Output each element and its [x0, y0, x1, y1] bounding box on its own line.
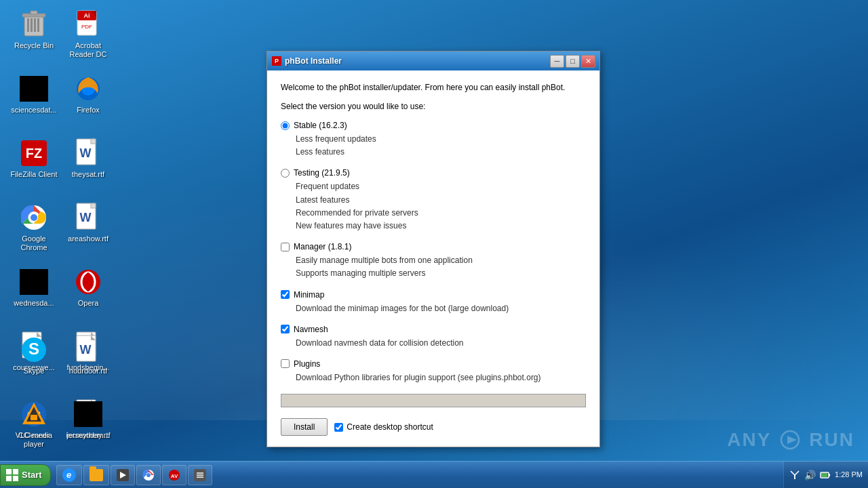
areashow-icon: W	[76, 203, 100, 232]
svg-marker-50	[787, 436, 797, 444]
stable-label[interactable]: Stable (16.2.3)	[294, 121, 347, 130]
taskbar-item-task[interactable]	[188, 465, 212, 485]
desktop-icon-skype[interactable]: S Skype	[7, 332, 61, 396]
taskbar-item-av[interactable]: AV	[162, 465, 186, 485]
phbot-title-icon: P	[271, 56, 282, 66]
desktop-icon-sciencesdat[interactable]: sciencesdat...	[7, 71, 61, 136]
desktop-icon-jerseythem[interactable]: jerseythem...	[61, 396, 115, 461]
desktop-icon-acrobat[interactable]: Ai PDF Acrobat Reader DC	[61, 7, 115, 71]
desktop-icon-firefox[interactable]: Firefox	[61, 71, 115, 136]
svg-rect-54	[13, 476, 18, 481]
plugins-option: Plugins Download Python libraries for pl…	[281, 359, 586, 384]
sciencesdat-icon	[20, 76, 48, 102]
navmesh-label[interactable]: Navmesh	[294, 325, 328, 334]
skype-icon: S	[21, 337, 47, 363]
maximize-button[interactable]: □	[566, 55, 580, 68]
bottom-controls: Install Create desktop shortcut	[281, 415, 586, 436]
testing-radio[interactable]	[281, 169, 290, 178]
plugins-details: Download Python libraries for plugin sup…	[281, 371, 586, 384]
minimize-button[interactable]: ─	[550, 55, 564, 68]
testing-label[interactable]: Testing (21.9.5)	[294, 168, 350, 178]
vlc-icon	[21, 401, 47, 427]
close-button[interactable]: ✕	[581, 55, 595, 68]
desktop-icon-theysat[interactable]: W theysat.rtf	[61, 136, 115, 200]
wednesday-label: wednesda...	[14, 299, 54, 308]
svg-point-58	[146, 473, 151, 477]
stable-radio[interactable]	[281, 121, 290, 130]
navmesh-checkbox[interactable]	[281, 325, 290, 333]
opera-icon	[75, 269, 101, 295]
welcome-text: Welcome to the phBot installer/updater. …	[281, 81, 586, 94]
acrobat-icon: Ai PDF	[75, 9, 101, 39]
minimap-details: Download the minimap images for the bot …	[281, 302, 586, 315]
vlc-label: VLC media player	[10, 431, 58, 449]
svg-text:Ai: Ai	[84, 12, 90, 19]
system-clock[interactable]: 1:28 PM	[835, 470, 863, 479]
svg-text:PDF: PDF	[81, 24, 92, 30]
svg-rect-1	[27, 18, 29, 32]
window-titlebar: P phBot Installer ─ □ ✕	[267, 52, 599, 70]
acrobat-label: Acrobat Reader DC	[64, 41, 112, 59]
navmesh-details: Download navmesh data for collision dete…	[281, 337, 586, 350]
manager-checkbox[interactable]	[281, 243, 290, 251]
svg-rect-68	[821, 473, 827, 477]
taskbar-item-media[interactable]	[111, 465, 135, 485]
minimap-label[interactable]: Minimap	[294, 290, 324, 300]
volume-icon[interactable]: 🔊	[804, 470, 816, 481]
start-button[interactable]: Start	[0, 464, 51, 486]
testing-details: Frequent updates Latest features Recomme…	[281, 180, 586, 232]
desktop-icon-hourdoor[interactable]: W hourdoor.rtf	[61, 332, 115, 396]
desktop-icon-vlc[interactable]: VLC media player	[7, 396, 61, 461]
svg-rect-25	[91, 203, 96, 208]
select-version-label: Select the version you would like to use…	[281, 102, 586, 111]
anyrun-text: ANY	[727, 429, 771, 451]
chrome-icon	[21, 205, 47, 230]
plugins-checkbox[interactable]	[281, 359, 290, 368]
stable-details: Less frequent updates Less features	[281, 133, 586, 159]
taskbar-item-chrome[interactable]	[136, 465, 161, 485]
window-controls: ─ □ ✕	[550, 55, 595, 68]
create-shortcut-label[interactable]: Create desktop shortcut	[334, 422, 433, 432]
desktop-icon-recycle-bin[interactable]: Recycle Bin	[7, 7, 61, 71]
svg-text:W: W	[80, 146, 92, 160]
desktop-icon-areashow[interactable]: W areashow.rtf	[61, 200, 115, 264]
svg-text:W: W	[80, 343, 92, 357]
svg-text:W: W	[80, 211, 92, 224]
anyrun-watermark: ANY RUN	[727, 429, 854, 451]
battery-icon	[820, 470, 831, 481]
desktop-icon-opera[interactable]: Opera	[61, 264, 115, 329]
minimap-checkbox[interactable]	[281, 290, 290, 299]
desktop: Recycle Bin Ai PDF Acrobat Reader DC sci…	[0, 0, 868, 488]
svg-text:FZ: FZ	[26, 146, 42, 161]
filezilla-icon: FZ	[21, 140, 47, 166]
plugins-label[interactable]: Plugins	[294, 359, 320, 369]
jerseythem-icon	[74, 401, 102, 427]
taskbar: Start e	[0, 461, 868, 488]
desktop-icon-wednesday[interactable]: wednesda...	[7, 264, 61, 329]
time-display: 1:28 PM	[835, 470, 863, 479]
folder-icon	[90, 469, 103, 481]
svg-point-22	[31, 214, 37, 221]
install-button[interactable]: Install	[281, 418, 328, 436]
chrome-label: Google Chrome	[10, 235, 58, 252]
task-icon	[194, 469, 206, 481]
theysat-label: theysat.rtf	[72, 170, 104, 179]
taskbar-items: e	[54, 465, 783, 485]
minimap-option: Minimap Download the minimap images for …	[281, 290, 586, 315]
recycle-bin-icon	[22, 10, 46, 39]
manager-option: Manager (1.8.1) Easily manage multiple b…	[281, 242, 586, 280]
svg-rect-3	[34, 18, 36, 32]
manager-label[interactable]: Manager (1.8.1)	[294, 242, 351, 251]
progress-bar-container	[281, 394, 586, 407]
filezilla-label: FileZilla Client	[10, 170, 57, 179]
installer-window: P phBot Installer ─ □ ✕ Welcome to the p…	[267, 51, 600, 447]
taskbar-item-ie[interactable]: e	[56, 465, 82, 485]
taskbar-item-folder[interactable]	[83, 465, 109, 485]
desktop-icon-filezilla[interactable]: FZ FileZilla Client	[7, 136, 61, 200]
window-title: phBot Installer	[285, 56, 547, 66]
taskbar-tray: 🔊 1:28 PM	[783, 462, 868, 488]
hourdoor-label: hourdoor.rtf	[69, 367, 107, 375]
theysat-icon: W	[76, 138, 100, 168]
create-shortcut-checkbox[interactable]	[334, 423, 343, 432]
desktop-icon-chrome[interactable]: Google Chrome	[7, 200, 61, 264]
